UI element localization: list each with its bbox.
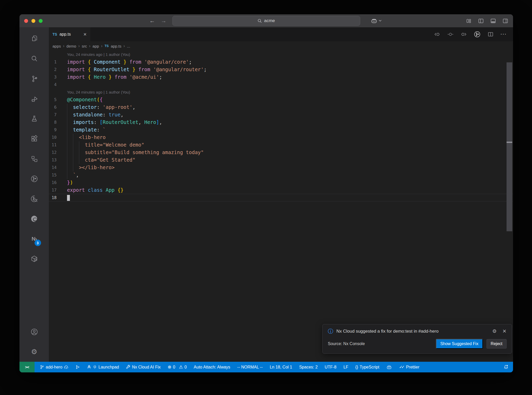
line-number: 7 <box>49 111 67 118</box>
code-editor[interactable]: You, 24 minutes ago | 1 author (You)1imp… <box>49 51 513 362</box>
breadcrumb: apps › demo › src › app › TS app.ts › ..… <box>49 41 513 51</box>
launchpad-status[interactable]: Launchpad <box>87 365 119 370</box>
vim-mode-status[interactable]: -- NORMAL -- <box>237 365 263 370</box>
toggle-primary-sidebar-icon[interactable] <box>478 18 484 24</box>
auto-attach-status[interactable]: Auto Attach: Always <box>194 365 230 370</box>
nx-fix-label: Nx Cloud AI Fix <box>132 365 161 370</box>
problems-status[interactable]: ⊗ 0 ⚠ 0 <box>168 365 187 370</box>
language-mode-status[interactable]: {} TypeScript <box>355 365 379 370</box>
nx-cloud-ai-fix-status[interactable]: Nx Cloud AI Fix <box>126 365 161 370</box>
git-branch-status[interactable]: add-hero <box>40 365 69 370</box>
toggle-panel-icon[interactable] <box>490 18 496 24</box>
line-number <box>49 88 67 96</box>
navigate-back-button[interactable]: ← <box>149 18 155 24</box>
code-token: cta="Get Started" <box>67 157 135 163</box>
code-token: } <box>129 67 135 72</box>
code-text: import { RouterOutlet } from '@angular/r… <box>67 66 207 73</box>
code-token: ` <box>67 172 76 178</box>
git-graph-status[interactable] <box>76 365 80 369</box>
more-actions-icon[interactable]: ··· <box>501 32 507 37</box>
customize-layout-icon[interactable] <box>466 18 472 24</box>
code-token: import <box>67 59 88 65</box>
code-row: 12 subtitle="Build something amazing tod… <box>49 149 513 156</box>
breadcrumb-item[interactable]: ... <box>127 44 130 48</box>
source-control-icon[interactable] <box>28 73 41 85</box>
line-number: 17 <box>49 186 67 194</box>
copilot-menu[interactable] <box>371 14 382 27</box>
breadcrumb-item[interactable]: apps <box>52 44 61 48</box>
line-number: 11 <box>49 141 67 149</box>
code-token: Hero <box>94 74 106 80</box>
run-graph-icon[interactable] <box>474 31 481 38</box>
containers-icon[interactable] <box>28 253 41 265</box>
notifications-bell[interactable] <box>504 365 508 370</box>
cursor-position-status[interactable]: Ln 18, Col 1 <box>270 365 292 370</box>
run-and-debug-icon[interactable] <box>28 93 41 105</box>
navigate-forward-button[interactable]: → <box>161 18 167 24</box>
breadcrumb-item[interactable]: demo <box>66 44 76 48</box>
editor-scrollbar[interactable] <box>507 62 512 231</box>
graph-back-icon[interactable] <box>434 32 440 37</box>
code-token: { <box>88 74 94 80</box>
code-token: [ <box>100 119 103 125</box>
code-token: selector <box>73 104 97 110</box>
notification-close-icon[interactable]: ✕ <box>502 328 507 334</box>
breadcrumb-item[interactable]: src <box>82 44 87 48</box>
graph-forward-icon[interactable] <box>461 32 467 37</box>
line-number: 2 <box>49 66 67 73</box>
breadcrumb-item[interactable]: app <box>92 44 99 48</box>
rocket-icon <box>87 365 91 369</box>
code-token: {} <box>117 187 123 193</box>
code-row: 15 `, <box>49 171 513 179</box>
nx-console-icon[interactable]: N› 3 <box>28 233 41 245</box>
indentation-status[interactable]: Spaces: 2 <box>299 365 318 370</box>
encoding-status[interactable]: UTF-8 <box>325 365 336 370</box>
search-icon[interactable] <box>28 52 41 65</box>
eol-status[interactable]: LF <box>343 365 348 370</box>
tab-app-ts[interactable]: TS app.ts ✕ <box>49 27 90 41</box>
accounts-icon[interactable] <box>28 326 41 338</box>
launchpad-label: Launchpad <box>98 365 119 370</box>
breadcrumb-separator: › <box>101 44 102 48</box>
copilot-status[interactable] <box>386 365 392 370</box>
code-row: 3import { Hero } from '@acme/ui'; <box>49 73 513 81</box>
code-token: '@angular/router' <box>153 67 204 72</box>
gitlens-icon[interactable] <box>28 193 41 205</box>
explorer-icon[interactable] <box>28 32 41 45</box>
copilot-icon <box>386 365 392 370</box>
project-view-icon[interactable] <box>28 153 41 165</box>
testing-icon[interactable] <box>28 113 41 125</box>
graph-current-icon[interactable] <box>447 32 454 37</box>
show-suggested-fix-button[interactable]: Show Suggested Fix <box>436 339 483 349</box>
errors-count: 0 <box>173 365 175 370</box>
minimize-window-button[interactable] <box>31 19 35 23</box>
bell-icon <box>504 365 508 370</box>
code-token: } <box>67 180 70 185</box>
edge-tools-icon[interactable] <box>28 213 41 225</box>
code-text: selector: 'app-root', <box>67 103 135 111</box>
extensions-icon[interactable] <box>28 133 41 145</box>
toggle-secondary-sidebar-icon[interactable] <box>502 18 508 24</box>
formatter-status[interactable]: ✓✓ Prettier <box>399 365 419 370</box>
line-number: 16 <box>49 179 67 186</box>
reject-button[interactable]: Reject <box>487 339 507 348</box>
settings-gear-icon[interactable]: ⚙ <box>28 346 41 358</box>
close-tab-icon[interactable]: ✕ <box>83 32 87 37</box>
remote-indicator[interactable]: >< <box>19 362 35 372</box>
code-row: 13 cta="Get Started" <box>49 156 513 164</box>
code-token: '@angular/core' <box>144 59 189 65</box>
tab-bar: TS app.ts ✕ <box>49 27 513 41</box>
code-token: { <box>88 67 94 72</box>
split-editor-icon[interactable] <box>488 32 494 37</box>
code-token: template <box>73 127 97 133</box>
code-token: : <box>103 112 109 117</box>
code-row: 4 <box>49 81 513 88</box>
code-token <box>67 112 73 117</box>
close-window-button[interactable] <box>24 19 28 23</box>
zoom-window-button[interactable] <box>39 19 43 23</box>
breadcrumb-item[interactable]: app.ts <box>111 44 121 48</box>
notification-settings-icon[interactable]: ⚙ <box>492 328 497 334</box>
code-text: @Component({ <box>67 96 103 103</box>
command-center-search[interactable]: acme <box>172 16 360 26</box>
git-graph-icon[interactable] <box>28 173 41 185</box>
